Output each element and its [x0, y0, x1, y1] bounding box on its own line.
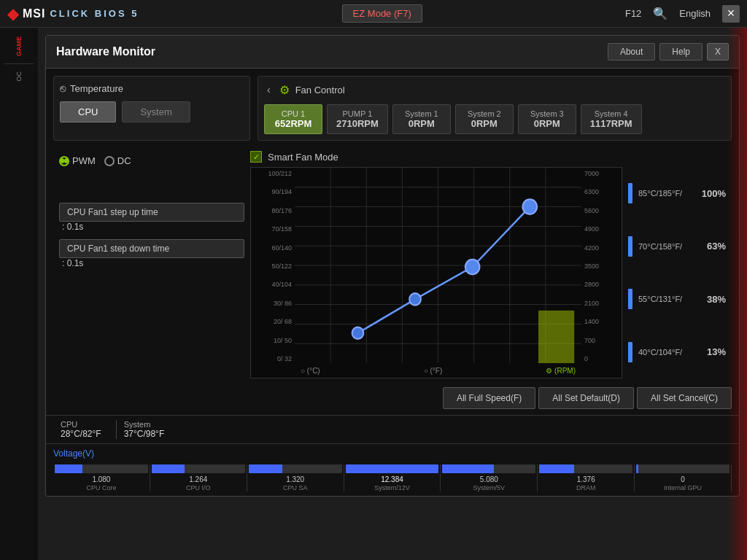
chart-left-label: 60/140 — [251, 245, 292, 252]
svg-point-20 — [522, 199, 537, 214]
legend-pct: 13% — [707, 346, 726, 357]
search-icon[interactable]: 🔍 — [653, 7, 667, 20]
step-down-value: : 0.1s — [59, 258, 244, 268]
chart-with-legend: 100/21290/19480/17670/15860/14050/12240/… — [250, 167, 732, 378]
cpu-temp-button[interactable]: CPU — [60, 101, 116, 122]
svg-point-17 — [352, 327, 364, 339]
chart-left-label: 10/ 50 — [251, 338, 292, 345]
legend-bar — [628, 236, 632, 257]
all-set-cancel-button[interactable]: All Set Cancel(C) — [637, 387, 732, 409]
sidebar-game-boost[interactable]: GAME — [15, 34, 23, 59]
voltage-name: Internal GPU — [664, 484, 702, 491]
step-up-box[interactable]: CPU Fan1 step up time — [59, 203, 244, 222]
legend-pct: 38% — [707, 294, 726, 305]
voltage-bar-track — [346, 464, 439, 473]
voltage-item: 1.264 CPU I/O — [150, 464, 247, 491]
all-set-default-button[interactable]: All Set Default(D) — [538, 387, 634, 409]
legend-bar — [628, 289, 632, 309]
system-temp-button[interactable]: System — [122, 101, 190, 122]
pwm-radio[interactable]: PWM — [59, 155, 96, 166]
svg-point-18 — [409, 293, 421, 305]
voltage-name: CPU Core — [86, 484, 116, 491]
chart-right-label: 7000 — [584, 171, 622, 178]
legend-text: 55°C/131°F/ — [638, 295, 701, 303]
fan-item[interactable]: System 41117RPM — [581, 104, 642, 134]
voltage-value: 1.376 — [577, 475, 595, 483]
temp-reading-item: System 37°C/98°F — [117, 420, 179, 439]
bottom-action-buttons: All Full Speed(F) All Set Default(D) All… — [46, 381, 739, 415]
chart-right-label: 6300 — [584, 189, 622, 196]
smart-fan-checkbox[interactable]: ✓ — [250, 151, 262, 163]
temp-legend: 85°C/185°F/ 100% 70°C/158°F/ 63% 55°C/13… — [622, 167, 732, 378]
chart-left-label: 100/212 — [251, 171, 292, 178]
chart-section: ✓ Smart Fan Mode 100/21290/19480/17670/1… — [250, 148, 732, 381]
fan-icon: ⚙ — [279, 83, 290, 97]
ez-mode-button[interactable]: EZ Mode (F7) — [342, 4, 422, 23]
chart-left-label: 0/ 32 — [251, 356, 292, 363]
pwm-radio-circle — [59, 156, 69, 166]
svg-rect-16 — [538, 311, 574, 363]
fan-control-panel: ‹ ⚙ Fan Control CPU 1652RPMPUMP 12710RPM… — [258, 76, 732, 141]
hardware-monitor-window: Hardware Monitor About Help X ⎋ Temperat… — [45, 35, 740, 497]
voltage-item: 0 Internal GPU — [635, 464, 732, 491]
fan-control-label: Fan Control — [295, 85, 345, 96]
all-full-speed-button[interactable]: All Full Speed(F) — [443, 387, 535, 409]
close-hw-button[interactable]: X — [707, 43, 729, 61]
fan-item[interactable]: CPU 1652RPM — [264, 104, 322, 134]
f12-label[interactable]: F12 — [625, 8, 641, 19]
fan-item[interactable]: System 10RPM — [392, 104, 451, 134]
smart-fan-header: ✓ Smart Fan Mode — [250, 151, 732, 163]
language-label[interactable]: English — [679, 8, 711, 19]
fan-curve-chart[interactable]: 100/21290/19480/17670/15860/14050/12240/… — [250, 167, 622, 378]
chart-left-label: 80/176 — [251, 208, 292, 215]
chart-main[interactable]: ○ (°C) ○ (°F) ⚙ (RPM) — [295, 168, 581, 378]
fan-nav-left-button[interactable]: ‹ — [264, 82, 274, 97]
voltage-bars-container: 1.080 CPU Core 1.264 CPU I/O 1.320 CPU S… — [53, 464, 732, 491]
legend-pct: 63% — [707, 241, 726, 252]
dc-radio[interactable]: DC — [104, 155, 131, 166]
legend-pct: 100% — [702, 188, 726, 199]
voltage-name: System/5V — [473, 484, 506, 491]
about-button[interactable]: About — [608, 43, 655, 61]
step-down-box[interactable]: CPU Fan1 step down time — [59, 239, 244, 258]
legend-item: 40°C/104°F/ 13% — [628, 342, 726, 362]
chart-right-label: 4900 — [584, 226, 622, 233]
temp-reading-item: CPU 28°C/82°F — [53, 420, 117, 439]
chart-left-axis: 100/21290/19480/17670/15860/14050/12240/… — [251, 168, 295, 378]
temperature-label: Temperature — [70, 83, 123, 94]
temperature-panel: ⎋ Temperature CPU System — [53, 76, 250, 141]
celsius-label: ○ (°C) — [301, 367, 320, 375]
fan-item[interactable]: PUMP 12710RPM — [327, 104, 388, 134]
chart-right-label: 3500 — [584, 263, 622, 271]
chart-left-label: 40/104 — [251, 281, 292, 289]
temp-reading-label: CPU — [61, 420, 77, 429]
fan-control-header: ‹ ⚙ Fan Control — [264, 82, 725, 97]
help-button[interactable]: Help — [659, 43, 703, 61]
pwm-dc-row: PWM DC — [59, 155, 244, 166]
hw-title: Hardware Monitor — [56, 45, 155, 58]
dc-label: DC — [117, 155, 131, 166]
chart-right-label: 5600 — [584, 208, 622, 215]
chart-svg[interactable] — [295, 168, 581, 363]
voltage-name: DRAM — [576, 484, 596, 491]
voltage-bar — [539, 464, 573, 473]
thermometer-icon: ⎋ — [60, 82, 66, 94]
step-down-label: CPU Fan1 step down time — [67, 244, 169, 254]
voltage-value: 12.384 — [381, 475, 403, 483]
voltage-value: 1.080 — [92, 475, 110, 483]
left-controls: PWM DC CPU Fan1 step up time : 0.1s CPU … — [53, 148, 250, 381]
temperature-readings-bar: CPU 28°C/82°F System 37°C/98°F — [46, 415, 739, 443]
msi-dragon-icon: ◆ — [7, 5, 18, 23]
chart-right-label: 4200 — [584, 245, 622, 252]
voltage-bar — [249, 464, 282, 473]
topbar-close-button[interactable]: × — [722, 5, 740, 23]
hw-middle-section: PWM DC CPU Fan1 step up time : 0.1s CPU … — [46, 148, 739, 381]
voltage-bar-track — [442, 464, 535, 473]
fan-item[interactable]: System 20RPM — [455, 104, 514, 134]
legend-item: 55°C/131°F/ 38% — [628, 289, 726, 309]
topbar-icons: F12 🔍 English × — [625, 5, 740, 23]
legend-text: 70°C/158°F/ — [638, 242, 701, 251]
sidebar-oc[interactable]: OC — [15, 69, 23, 85]
voltage-bar-track — [152, 464, 245, 473]
fan-item[interactable]: System 30RPM — [518, 104, 576, 134]
